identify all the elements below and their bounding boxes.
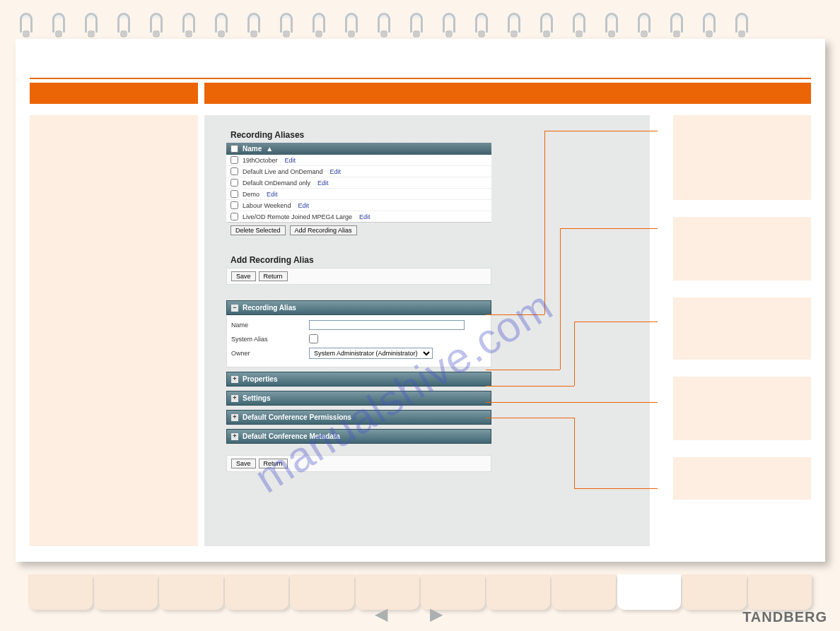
section-permissions[interactable]: + Default Conference Permissions xyxy=(226,410,491,425)
tab[interactable] xyxy=(290,574,354,610)
callout-block xyxy=(673,217,811,281)
callout-block xyxy=(673,297,811,360)
connector-line xyxy=(544,131,545,314)
table-row: Labour Weekend Edit xyxy=(226,199,491,211)
edit-link[interactable]: Edit xyxy=(267,191,278,198)
aliases-table-body: 19thOctober Edit Default Live and OnDema… xyxy=(226,155,491,223)
section-properties[interactable]: + Properties xyxy=(226,372,491,387)
sort-asc-icon: ▲ xyxy=(266,145,273,153)
save-button[interactable]: Save xyxy=(231,271,256,281)
next-page-icon[interactable]: ▶ xyxy=(430,604,443,624)
system-alias-label: System Alias xyxy=(231,336,302,343)
expand-icon: + xyxy=(231,433,238,440)
connector-line xyxy=(560,228,658,229)
edit-link[interactable]: Edit xyxy=(317,179,329,187)
tab[interactable] xyxy=(159,574,223,610)
row-name: Live/OD Remote Joined MPEG4 Large xyxy=(243,213,352,220)
field-name-row: Name xyxy=(231,318,486,332)
row-checkbox[interactable] xyxy=(231,213,238,220)
prev-page-icon[interactable]: ◀ xyxy=(375,604,387,624)
section-label: Default Conference Permissions xyxy=(243,413,351,421)
section-settings[interactable]: + Settings xyxy=(226,391,491,406)
tab[interactable] xyxy=(486,574,551,610)
add-recording-alias-button[interactable]: Add Recording Alias xyxy=(290,225,357,235)
tab[interactable] xyxy=(94,574,158,610)
connector-line xyxy=(486,402,658,403)
table-row: Live/OD Remote Joined MPEG4 Large Edit xyxy=(226,211,491,222)
column-name-header[interactable]: Name xyxy=(243,145,262,153)
tab[interactable] xyxy=(682,574,747,610)
row-checkbox[interactable] xyxy=(231,190,238,198)
section-label: Default Conference Metadata xyxy=(243,432,340,440)
connector-line xyxy=(544,131,658,131)
aliases-table-header: Name ▲ xyxy=(226,143,491,155)
name-label: Name xyxy=(231,322,302,329)
table-row: Demo Edit xyxy=(226,188,491,199)
name-input[interactable] xyxy=(309,320,465,330)
connector-line xyxy=(574,322,658,322)
tab[interactable] xyxy=(552,574,616,610)
return-button[interactable]: Return xyxy=(259,271,288,281)
right-callouts-column xyxy=(673,115,811,500)
owner-label: Owner xyxy=(231,350,302,357)
table-row: Default Live and OnDemand Edit xyxy=(226,165,491,177)
connector-line xyxy=(560,228,561,370)
row-checkbox[interactable] xyxy=(231,156,238,164)
expand-icon: + xyxy=(231,376,238,383)
tab-active[interactable] xyxy=(617,574,682,610)
section-label: Recording Alias xyxy=(243,304,296,312)
row-checkbox[interactable] xyxy=(231,201,238,209)
table-row: 19thOctober Edit xyxy=(226,155,491,165)
section-recording-alias[interactable]: − Recording Alias xyxy=(226,300,491,315)
recording-alias-form-body: Name System Alias Owner System Administr… xyxy=(226,315,491,367)
notebook-page: Recording Aliases Name ▲ 19thOctober Edi… xyxy=(16,39,825,562)
divider-rule xyxy=(30,78,811,79)
callout-block xyxy=(673,377,811,440)
section-label: Settings xyxy=(243,394,270,402)
connector-line xyxy=(486,386,574,387)
tab[interactable] xyxy=(225,574,289,610)
row-name: Demo xyxy=(243,191,259,198)
row-checkbox[interactable] xyxy=(231,167,238,175)
return-button[interactable]: Return xyxy=(259,459,288,468)
header-bar-left xyxy=(30,83,198,104)
table-row: Default OnDemand only Edit xyxy=(226,177,491,188)
row-name: Default OnDemand only xyxy=(243,179,310,187)
field-owner-row: Owner System Administrator (Administrato… xyxy=(231,346,486,361)
collapse-icon: − xyxy=(231,305,238,312)
brand-logo: TANDBERG xyxy=(742,609,827,625)
edit-link[interactable]: Edit xyxy=(359,213,371,220)
connector-line xyxy=(486,418,574,418)
spiral-binding xyxy=(20,13,826,41)
tab[interactable] xyxy=(748,574,812,610)
bottom-save-row: Save Return xyxy=(226,455,491,472)
tab[interactable] xyxy=(28,574,93,610)
recording-aliases-panel: Recording Aliases Name ▲ 19thOctober Edi… xyxy=(226,127,491,472)
expand-icon: + xyxy=(231,395,238,402)
expand-icon: + xyxy=(231,414,238,421)
row-name: Default Live and OnDemand xyxy=(243,168,323,175)
header-bar-right xyxy=(204,83,811,104)
top-save-row: Save Return xyxy=(226,268,491,285)
row-checkbox[interactable] xyxy=(231,179,238,187)
select-all-checkbox[interactable] xyxy=(231,145,238,153)
system-alias-checkbox[interactable] xyxy=(309,334,318,343)
save-button[interactable]: Save xyxy=(231,459,256,468)
connector-line xyxy=(574,488,658,489)
connector-line xyxy=(486,370,560,370)
owner-select[interactable]: System Administrator (Administrator) xyxy=(309,348,433,359)
edit-link[interactable]: Edit xyxy=(285,157,296,164)
row-name: 19thOctober xyxy=(243,157,278,164)
delete-selected-button[interactable]: Delete Selected xyxy=(231,225,286,235)
connector-line xyxy=(486,314,544,315)
recording-aliases-title: Recording Aliases xyxy=(226,127,491,143)
section-label: Properties xyxy=(243,375,277,383)
callout-block xyxy=(673,457,811,500)
edit-link[interactable]: Edit xyxy=(298,202,309,209)
aliases-action-row: Delete Selected Add Recording Alias xyxy=(226,223,491,238)
edit-link[interactable]: Edit xyxy=(330,168,342,175)
left-column-placeholder xyxy=(30,115,198,546)
callout-block xyxy=(673,115,811,200)
page-nav-arrows: ◀ ▶ xyxy=(375,604,443,624)
section-metadata[interactable]: + Default Conference Metadata xyxy=(226,429,491,444)
